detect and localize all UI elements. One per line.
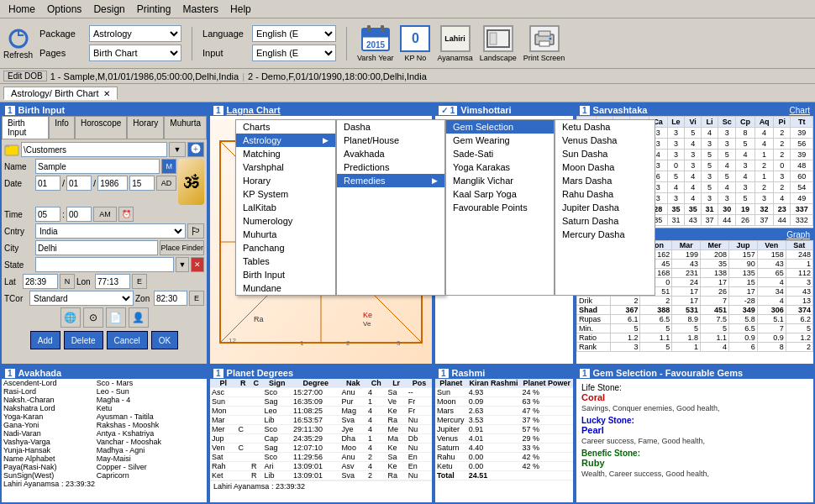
sarva-chart-link[interactable]: Chart <box>790 106 810 115</box>
cntry-flag-btn[interactable]: 🏳 <box>187 223 204 239</box>
icon-btn-4[interactable]: 👤 <box>129 307 149 328</box>
icon-btn-1[interactable]: 🌐 <box>60 307 81 328</box>
state-x-btn[interactable]: ✕ <box>191 257 204 272</box>
zon-dir-btn[interactable]: E <box>189 291 204 306</box>
sub-sub-favourable[interactable]: Favourable Points <box>446 201 554 214</box>
sub-sub-gem-wearing[interactable]: Gem Wearing <box>446 134 554 147</box>
tab-horoscope[interactable]: Horoscope <box>75 116 127 139</box>
kp-btn[interactable]: 0 KP No <box>400 25 430 62</box>
tab-birth-input[interactable]: Birth Input <box>2 116 49 139</box>
lon-dir-btn[interactable]: E <box>132 274 147 289</box>
menu-item-matching[interactable]: Matching <box>236 147 335 160</box>
time-h-input[interactable] <box>35 207 60 222</box>
date-mon-input[interactable] <box>66 176 92 191</box>
tab-muhurta[interactable]: Muhurta <box>164 116 207 139</box>
landscape-btn[interactable]: Landscape <box>480 25 517 62</box>
refresh-button[interactable]: Refresh <box>3 27 33 60</box>
cntry-select[interactable]: India <box>35 223 186 239</box>
icon-btn-3[interactable]: 📄 <box>106 307 126 328</box>
date-ad-btn[interactable]: AD <box>156 176 176 191</box>
menu-item-kp[interactable]: KP System <box>236 187 335 201</box>
menu-printing[interactable]: Printing <box>132 2 176 17</box>
dasha-sun[interactable]: Sun Dasha <box>555 147 655 160</box>
svg-rect-3 <box>367 25 371 32</box>
sub-sub-kaal[interactable]: Kaal Sarp Yoga <box>446 187 554 201</box>
menu-item-horary[interactable]: Horary <box>236 174 335 187</box>
tcor-select[interactable]: Standard <box>29 291 134 306</box>
shad-graph-link[interactable]: Graph <box>786 230 810 239</box>
time-icon1[interactable]: ⏰ <box>118 207 134 222</box>
dasha-venus[interactable]: Venus Dasha <box>555 134 655 147</box>
menu-item-birth-input[interactable]: Birth Input <box>236 268 335 281</box>
menu-item-panchang[interactable]: Panchang <box>236 241 335 255</box>
lat-dir-btn[interactable]: N <box>60 274 75 289</box>
dasha-moon[interactable]: Moon Dasha <box>555 160 655 174</box>
menu-item-tables[interactable]: Tables <box>236 255 335 268</box>
sub-item-remedies[interactable]: Remedies▶ <box>337 174 444 187</box>
dasha-mercury[interactable]: Mercury Dasha <box>555 228 655 241</box>
tab-info[interactable]: Info <box>49 116 75 139</box>
print-screen-btn[interactable]: Print Screen <box>523 25 565 62</box>
pages-select[interactable]: Birth Chart <box>89 45 181 61</box>
menu-options[interactable]: Options <box>42 2 87 17</box>
dasha-jupiter[interactable]: Jupiter Dasha <box>555 201 655 214</box>
name-input[interactable] <box>35 159 160 174</box>
sub-item-predictions[interactable]: Predictions <box>337 160 444 174</box>
sub-item-planet[interactable]: Planet/House <box>337 134 444 147</box>
language-select[interactable]: English (E <box>252 25 336 42</box>
menu-item-muhurta[interactable]: Muhurta <box>236 228 335 241</box>
city-input[interactable] <box>35 240 158 255</box>
date-num-input[interactable] <box>129 176 155 191</box>
ok-button[interactable]: OK <box>151 331 178 349</box>
icon-btn-2[interactable]: ⊙ <box>83 307 103 328</box>
customer-input[interactable] <box>21 142 167 157</box>
time-m-input[interactable] <box>66 207 92 222</box>
menu-home[interactable]: Home <box>3 2 40 17</box>
place-finder-btn[interactable]: Place Finder <box>160 240 204 255</box>
menu-item-lalkitab[interactable]: LalKitab <box>236 201 335 214</box>
sub-item-dasha[interactable]: Dasha <box>337 120 444 134</box>
menu-masters[interactable]: Masters <box>177 2 223 17</box>
customer-browse-btn[interactable]: ▼ <box>169 142 186 157</box>
menu-item-charts[interactable]: Charts <box>236 120 335 134</box>
lon-input[interactable] <box>95 274 130 289</box>
menu-item-mundane[interactable]: Mundane <box>236 281 335 295</box>
zon-input[interactable] <box>154 291 187 306</box>
sub-sub-manglik[interactable]: Manglik Vichar <box>446 174 554 187</box>
cancel-button[interactable]: Cancel <box>107 331 148 349</box>
date-year-input[interactable] <box>97 176 128 191</box>
tab-horary[interactable]: Horary <box>127 116 164 139</box>
lagna-chart-title[interactable]: Lagna Chart <box>227 105 281 115</box>
menu-item-numerology[interactable]: Numerology <box>236 214 335 228</box>
varsh-year-btn[interactable]: 2015 Varsh Year <box>357 25 393 62</box>
menu-item-varshphal[interactable]: Varshphal <box>236 160 335 174</box>
sub-sub-gem-selection[interactable]: Gem Selection <box>446 120 554 134</box>
menu-design[interactable]: Design <box>88 2 129 17</box>
sarvashtaka-header: 1 Sarvashtaka Chart <box>576 104 813 116</box>
state-dropdown[interactable]: ▼ <box>176 257 189 272</box>
state-input[interactable] <box>35 257 174 272</box>
lagna-chart-header[interactable]: 1 Lagna Chart <box>210 104 432 116</box>
dasha-rahu[interactable]: Rahu Dasha <box>555 187 655 201</box>
add-button[interactable]: Add <box>30 331 60 349</box>
ayanamsa-btn[interactable]: Lahiri Ayanamsa <box>437 25 472 62</box>
sub-sub-yoga[interactable]: Yoga Karakas <box>446 160 554 174</box>
date-day-input[interactable] <box>35 176 60 191</box>
tab-close-icon[interactable]: ✕ <box>103 89 110 98</box>
time-am-btn[interactable]: AM <box>93 207 117 222</box>
sub-sub-sade-sati[interactable]: Sade-Sati <box>446 147 554 160</box>
dasha-ketu[interactable]: Ketu Dasha <box>555 120 655 134</box>
dasha-saturn[interactable]: Saturn Dasha <box>555 214 655 228</box>
main-tab[interactable]: Astrology/ Birth Chart ✕ <box>3 87 118 100</box>
menu-help[interactable]: Help <box>225 2 256 17</box>
new-customer-btn[interactable]: + <box>187 142 204 157</box>
menu-item-astrology[interactable]: Astrology▶ <box>236 134 335 147</box>
package-select[interactable]: Astrology <box>89 25 181 42</box>
name-btn[interactable]: M <box>161 159 176 174</box>
dasha-mars[interactable]: Mars Dasha <box>555 174 655 187</box>
delete-button[interactable]: Delete <box>64 331 103 349</box>
input-select[interactable]: English (E <box>252 45 336 61</box>
edit-dob-button[interactable]: Edit DOB <box>3 71 47 81</box>
sub-item-avakhada[interactable]: Avakhada <box>337 147 444 160</box>
lat-input[interactable] <box>23 274 58 289</box>
